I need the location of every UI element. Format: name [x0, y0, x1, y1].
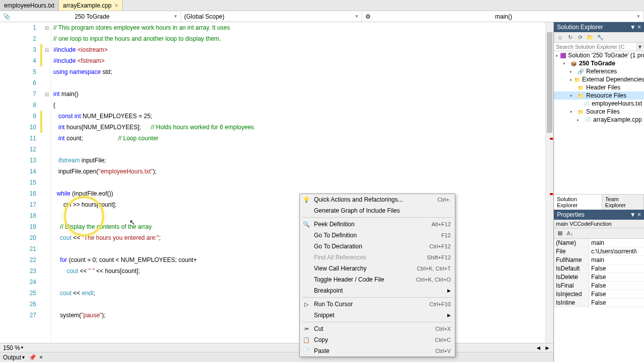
- fold-icon[interactable]: [42, 133, 51, 144]
- close-icon[interactable]: ×: [39, 354, 43, 361]
- properties-grid[interactable]: (Name)mainFilec:\Users\sorrenti\FullName…: [554, 239, 644, 363]
- property-row[interactable]: IsInlineFalse: [554, 299, 644, 307]
- code-line[interactable]: int main(): [53, 88, 545, 100]
- fold-icon[interactable]: [42, 210, 51, 221]
- solution-tree[interactable]: ▸ 🟪 Solution '250 ToGrade' (1 proje ▾ 📦 …: [554, 51, 644, 194]
- fold-icon[interactable]: [42, 310, 51, 321]
- code-line[interactable]: int hours[NUM_EMPLOYEES]; // Holds hours…: [53, 122, 545, 133]
- tree-item[interactable]: ▸ 📄 arrayExample.cpp: [554, 116, 644, 124]
- scope-dropdown[interactable]: (Global Scope)▼: [181, 11, 362, 22]
- fold-icon[interactable]: [42, 277, 51, 288]
- property-row[interactable]: (Name)main: [554, 239, 644, 247]
- context-menu-item[interactable]: View Call Hierarchy Ctrl+K, Ctrl+T: [300, 263, 455, 274]
- context-menu-item[interactable]: Breakpoint ▶: [300, 285, 455, 296]
- fold-icon[interactable]: [42, 232, 51, 243]
- code-line[interactable]: using namespace std;: [53, 66, 545, 77]
- refresh-icon[interactable]: ↻: [566, 33, 574, 41]
- fold-icon[interactable]: [42, 100, 51, 111]
- tree-item[interactable]: ▾ 📁 Source Files: [554, 108, 644, 116]
- property-row[interactable]: IsDeleteFalse: [554, 273, 644, 282]
- context-menu-item[interactable]: Toggle Header / Code File Ctrl+K, Ctrl+O: [300, 274, 455, 285]
- context-menu-item[interactable]: ✂ Cut Ctrl+X: [300, 323, 455, 334]
- property-row[interactable]: IsFinalFalse: [554, 282, 644, 290]
- panel-menu-icon[interactable]: ▼ ×: [630, 211, 641, 218]
- code-line[interactable]: int count; // Loop counter: [53, 133, 545, 144]
- tab-solution-explorer[interactable]: Solution Explorer: [554, 195, 602, 210]
- code-line[interactable]: const int NUM_EMPLOYEES = 25;: [53, 111, 545, 122]
- alpha-icon[interactable]: A↓: [566, 229, 574, 237]
- context-menu-item[interactable]: 📄 Paste Ctrl+V: [300, 345, 455, 356]
- property-row[interactable]: IsDefaultFalse: [554, 264, 644, 273]
- fold-icon[interactable]: [42, 166, 51, 177]
- tree-item[interactable]: 📁 Header Files: [554, 83, 644, 92]
- pin-icon[interactable]: 📌: [29, 354, 36, 361]
- fold-icon[interactable]: [42, 55, 51, 66]
- fold-icon[interactable]: [42, 177, 51, 188]
- expand-icon[interactable]: ▾: [570, 110, 575, 114]
- fold-icon[interactable]: ⊟: [42, 88, 51, 100]
- fold-icon[interactable]: [42, 144, 51, 155]
- code-line[interactable]: // one loop to input the hours and anoth…: [53, 33, 545, 44]
- tree-item[interactable]: ▾ 📁 Resource Files: [554, 92, 644, 100]
- tab-arrayexample[interactable]: arrayExample.cpp×: [59, 0, 123, 11]
- home-icon[interactable]: ⌂: [556, 33, 564, 41]
- context-menu-item[interactable]: 🔍 Peek Definition Alt+F12: [300, 219, 455, 230]
- code-line[interactable]: [53, 77, 545, 88]
- fold-icon[interactable]: [42, 254, 51, 265]
- fold-icon[interactable]: [42, 155, 51, 166]
- code-line[interactable]: #include <iostream>: [53, 44, 545, 55]
- tree-item[interactable]: ▾ 📦 250 ToGrade: [554, 59, 644, 67]
- code-line[interactable]: ifstream inputFile;: [53, 155, 545, 166]
- property-row[interactable]: IsInjectedFalse: [554, 290, 644, 299]
- tab-employeehours[interactable]: employeeHours.txt: [0, 0, 59, 11]
- fold-icon[interactable]: [42, 66, 51, 77]
- fold-icon[interactable]: [42, 265, 51, 277]
- search-input[interactable]: [554, 43, 636, 51]
- expand-icon[interactable]: ▸: [570, 69, 575, 74]
- code-line[interactable]: [53, 144, 545, 155]
- expand-icon[interactable]: ▾: [570, 94, 575, 98]
- fold-icon[interactable]: [42, 188, 51, 199]
- tab-team-explorer[interactable]: Team Explorer: [602, 195, 644, 210]
- fold-icon[interactable]: [42, 77, 51, 88]
- project-dropdown[interactable]: 📎 250 ToGrade▼: [0, 11, 181, 22]
- properties-icon[interactable]: 🔧: [596, 33, 604, 41]
- output-panel-header[interactable]: Output ▼ 📌 ×: [0, 352, 553, 362]
- fold-icon[interactable]: [42, 122, 51, 133]
- context-menu-item[interactable]: Go To Definition F12: [300, 230, 455, 241]
- zoom-level[interactable]: 150 %: [3, 344, 20, 351]
- context-menu-item[interactable]: 📋 Copy Ctrl+C: [300, 334, 455, 345]
- tree-item[interactable]: 📄 employeeHours.txt: [554, 100, 644, 108]
- context-menu-item[interactable]: Generate Graph of Include Files: [300, 205, 455, 216]
- context-menu-item[interactable]: Go To Declaration Ctrl+F12: [300, 241, 455, 252]
- expand-icon[interactable]: ▸: [570, 77, 572, 82]
- code-line[interactable]: {: [53, 100, 545, 111]
- show-all-icon[interactable]: 📁: [586, 33, 594, 41]
- fold-icon[interactable]: [42, 111, 51, 122]
- code-editor[interactable]: 1234567891011121314151617181920212223242…: [0, 22, 553, 343]
- fold-icon[interactable]: [42, 243, 51, 254]
- fold-icon[interactable]: [42, 288, 51, 299]
- context-menu-item[interactable]: Snippet ▶: [300, 310, 455, 321]
- scroll-left-icon[interactable]: ◄: [535, 344, 541, 351]
- fold-icon[interactable]: [42, 299, 51, 310]
- expand-icon[interactable]: ▾: [563, 61, 568, 66]
- dropdown-icon[interactable]: ▼: [21, 355, 26, 360]
- fold-icon[interactable]: [42, 199, 51, 210]
- code-line[interactable]: #include <fstream>: [53, 55, 545, 66]
- panel-menu-icon[interactable]: ▼ ×: [630, 24, 641, 31]
- code-line[interactable]: // This program stores employee work hou…: [53, 22, 545, 33]
- search-dropdown-icon[interactable]: ▼: [636, 43, 644, 51]
- code-line[interactable]: [53, 177, 545, 188]
- categorize-icon[interactable]: ▦: [556, 229, 564, 237]
- fold-icon[interactable]: ⊟: [42, 22, 51, 33]
- sync-icon[interactable]: ⟳: [576, 33, 584, 41]
- code-line[interactable]: inputFile.open("employeeHours.txt");: [53, 166, 545, 177]
- close-icon[interactable]: ×: [115, 2, 118, 9]
- fold-icon[interactable]: [42, 33, 51, 44]
- expand-icon[interactable]: ▸: [556, 53, 558, 58]
- fold-icon[interactable]: [42, 221, 51, 232]
- expand-icon[interactable]: ▸: [577, 118, 582, 122]
- property-row[interactable]: FullNamemain: [554, 256, 644, 264]
- context-menu-item[interactable]: 💡 Quick Actions and Refactorings... Ctrl…: [300, 194, 455, 205]
